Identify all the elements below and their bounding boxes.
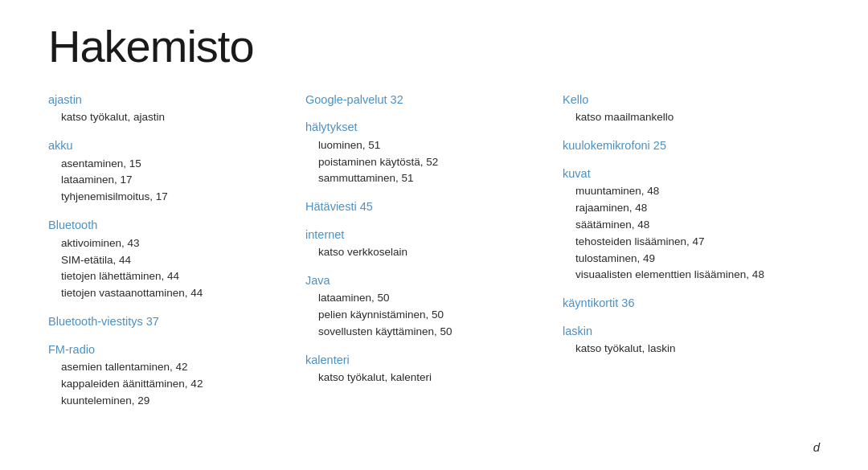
index-group: internetkatso verkkoselain: [305, 227, 547, 261]
index-sub-item: tehosteiden lisääminen, 47: [575, 234, 804, 251]
index-term: käyntikortit: [563, 296, 618, 309]
index-term-number: 45: [357, 200, 373, 213]
index-group: akkuasentaminen, 15lataaminen, 17tyhjene…: [48, 137, 289, 206]
index-sub-item: katso työkalut, laskin: [575, 341, 804, 358]
index-term: Bluetooth: [48, 219, 97, 231]
index-group: Kellokatso maailmankello: [563, 92, 804, 126]
index-group: Google-palvelut 32: [305, 92, 547, 108]
page: Hakemisto ajastinkatso työkalut, ajastin…: [0, 0, 868, 470]
index-sub-item: sammuttaminen, 51: [318, 170, 547, 187]
index-sub-item: poistaminen käytöstä, 52: [318, 154, 547, 171]
index-sub-item: luominen, 51: [318, 137, 547, 154]
index-sub-list: katso työkalut, ajastin: [48, 109, 289, 126]
index-group: FM-radioasemien tallentaminen, 42kappale…: [48, 341, 289, 410]
index-term-line: Hätäviesti 45: [305, 198, 547, 215]
index-term-line: FM-radio: [48, 341, 289, 358]
index-term: kuvat: [563, 167, 591, 180]
index-sub-item: rajaaminen, 48: [575, 200, 804, 217]
index-group: kalenterikatso työkalut, kalenteri: [305, 352, 547, 386]
page-title: Hakemisto: [48, 24, 820, 69]
index-sub-item: aktivoiminen, 43: [61, 235, 289, 252]
index-sub-item: tyhjenemisilmoitus, 17: [61, 189, 289, 206]
index-term: kuulokemikrofoni: [563, 139, 650, 152]
index-sub-list: katso verkkoselain: [305, 244, 547, 261]
index-sub-item: kappaleiden äänittäminen, 42: [61, 376, 289, 393]
index-sub-item: tulostaminen, 49: [575, 251, 804, 268]
index-sub-list: katso työkalut, kalenteri: [305, 370, 547, 386]
index-sub-list: katso maailmankello: [563, 109, 804, 126]
index-term-number: 37: [143, 315, 159, 328]
index-group: kuulokemikrofoni 25: [563, 137, 804, 153]
index-term: FM-radio: [48, 343, 95, 356]
index-term-line: akku: [48, 137, 289, 153]
index-term: hälytykset: [305, 121, 357, 133]
index-term: Hätäviesti: [305, 200, 357, 213]
index-term-line: kalenteri: [305, 352, 547, 368]
index-group: käyntikortit 36: [563, 295, 804, 311]
index-sub-item: lataaminen, 17: [61, 172, 289, 189]
index-term: akku: [48, 139, 73, 152]
index-term: laskin: [563, 325, 592, 337]
index-term-line: käyntikortit 36: [563, 295, 804, 311]
index-term-line: kuulokemikrofoni 25: [563, 137, 804, 153]
index-group: ajastinkatso työkalut, ajastin: [48, 92, 289, 126]
index-sub-item: SIM-etätila, 44: [61, 252, 289, 269]
index-group: Hätäviesti 45: [305, 198, 547, 215]
page-letter: d: [813, 440, 820, 454]
index-term-line: laskin: [563, 323, 804, 339]
index-column-col1: ajastinkatso työkalut, ajastinakkuasenta…: [48, 92, 305, 421]
index-group: Bluetoothaktivoiminen, 43SIM-etätila, 44…: [48, 217, 289, 302]
index-sub-list: muuntaminen, 48rajaaminen, 48säätäminen,…: [563, 183, 804, 284]
index-sub-item: pelien käynnistäminen, 50: [318, 307, 547, 324]
index-sub-list: asemien tallentaminen, 42kappaleiden ään…: [48, 359, 289, 410]
index-term-line: Bluetooth: [48, 217, 289, 233]
index-sub-list: katso työkalut, laskin: [563, 341, 804, 358]
index-term-line: ajastin: [48, 92, 289, 108]
index-term-line: internet: [305, 227, 547, 243]
index-group: Bluetooth-viestitys 37: [48, 313, 289, 329]
index-sub-item: lataaminen, 50: [318, 290, 547, 307]
index-term-line: Google-palvelut 32: [305, 92, 547, 108]
index-term: internet: [305, 228, 344, 241]
index-sub-item: asentaminen, 15: [61, 156, 289, 173]
index-sub-item: sovellusten käyttäminen, 50: [318, 324, 547, 341]
index-sub-list: aktivoiminen, 43SIM-etätila, 44tietojen …: [48, 235, 289, 303]
index-column-col2: Google-palvelut 32hälytyksetluominen, 51…: [305, 92, 563, 421]
index-sub-item: katso verkkoselain: [318, 244, 547, 261]
index-term-line: Bluetooth-viestitys 37: [48, 313, 289, 329]
index-sub-item: tietojen lähettäminen, 44: [61, 268, 289, 285]
index-group: laskinkatso työkalut, laskin: [563, 323, 804, 358]
index-term-line: hälytykset: [305, 119, 547, 135]
index-term-line: Kello: [563, 92, 804, 108]
index-columns: ajastinkatso työkalut, ajastinakkuasenta…: [48, 92, 820, 421]
index-term: kalenteri: [305, 354, 350, 366]
index-term: Google-palvelut: [305, 93, 387, 106]
index-group: hälytyksetluominen, 51poistaminen käytös…: [305, 119, 547, 187]
index-sub-item: katso maailmankello: [575, 109, 804, 126]
index-term: Kello: [563, 93, 588, 106]
index-term-number: 32: [387, 93, 403, 106]
index-term-line: kuvat: [563, 166, 804, 182]
index-term: Bluetooth-viestitys: [48, 315, 143, 328]
index-sub-item: visuaalisten elementtien lisääminen, 48: [575, 267, 804, 284]
index-sub-item: säätäminen, 48: [575, 217, 804, 234]
index-group: Javalataaminen, 50pelien käynnistäminen,…: [305, 272, 547, 341]
index-term: ajastin: [48, 93, 82, 106]
index-sub-item: katso työkalut, ajastin: [61, 109, 289, 126]
index-group: kuvatmuuntaminen, 48rajaaminen, 48säätäm…: [563, 166, 804, 284]
index-sub-item: asemien tallentaminen, 42: [61, 359, 289, 376]
index-sub-item: muuntaminen, 48: [575, 183, 804, 200]
index-term: Java: [305, 274, 330, 287]
index-sub-list: lataaminen, 50pelien käynnistäminen, 50s…: [305, 290, 547, 341]
index-term-number: 36: [618, 296, 634, 309]
index-sub-item: kuunteleminen, 29: [61, 393, 289, 410]
index-sub-item: tietojen vastaanottaminen, 44: [61, 285, 289, 302]
index-sub-list: luominen, 51poistaminen käytöstä, 52samm…: [305, 137, 547, 188]
index-term-line: Java: [305, 272, 547, 288]
index-term-number: 25: [650, 139, 666, 152]
index-column-col3: Kellokatso maailmankellokuulokemikrofoni…: [563, 92, 820, 421]
index-sub-list: asentaminen, 15lataaminen, 17tyhjenemisi…: [48, 156, 289, 206]
index-sub-item: katso työkalut, kalenteri: [318, 370, 547, 386]
